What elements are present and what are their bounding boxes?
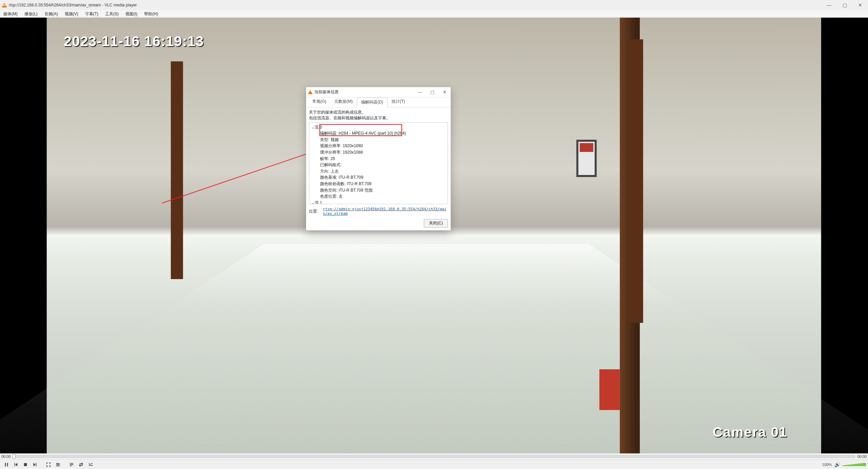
stop-button[interactable] xyxy=(21,461,30,468)
chevron-down-icon: ⌄ xyxy=(311,200,315,204)
stream-0-transfer: 颜色映射函数: ITU-R BT.709 xyxy=(320,181,446,187)
stream-0-type: 类型: 视频 xyxy=(320,137,446,143)
dialog-description: 关于您的媒体或流的构成信息。 包括混流器、音频和视频编解码器以及字幕。 xyxy=(309,110,448,121)
close-button[interactable]: ✕ xyxy=(852,0,868,10)
tab-statistics[interactable]: 统计(T) xyxy=(388,97,409,107)
stream-0-video-res: 视频分辨率: 1920x1080 xyxy=(320,143,446,149)
stream-0-primaries: 颜色基准: ITU-R BT.709 xyxy=(320,174,446,181)
dialog-minimize-button[interactable]: — xyxy=(414,87,426,97)
stream-1-header[interactable]: ⌄流 1 xyxy=(311,200,446,204)
svg-point-2 xyxy=(58,464,59,465)
playlist-button[interactable] xyxy=(67,461,76,468)
stream-0-orient: 方向: 上左 xyxy=(320,168,446,175)
menu-video[interactable]: 视频(V) xyxy=(61,10,82,18)
play-pause-button[interactable] xyxy=(2,461,11,468)
maximize-button[interactable]: ▢ xyxy=(837,0,852,10)
menu-bar: 媒体(M) 播放(L) 音频(A) 视频(V) 字幕(T) 工具(S) 视图(I… xyxy=(0,10,868,18)
chevron-down-icon: ⌄ xyxy=(311,124,315,131)
svg-point-3 xyxy=(57,465,58,466)
seek-row: 00:00 00:00 xyxy=(0,453,868,460)
stream-0-header[interactable]: ⌄流 0 xyxy=(311,124,446,131)
vlc-logo-icon xyxy=(308,90,312,94)
volume-slider[interactable] xyxy=(842,463,866,466)
video-frame: 2023-11-16 16:19:13 Camera 01 xyxy=(47,18,821,453)
window-titlebar: rtsp://192.168.0.35:554/h264/ch33/main/a… xyxy=(0,0,868,10)
stream-0-decoded: 已解码格式: xyxy=(320,162,446,168)
minimize-button[interactable]: — xyxy=(821,0,837,10)
fire-extinguisher-sign xyxy=(576,140,597,177)
dialog-title: 当前媒体信息 xyxy=(314,89,339,95)
time-total[interactable]: 00:00 xyxy=(857,454,867,458)
dialog-titlebar[interactable]: 当前媒体信息 — ▢ ✕ xyxy=(306,87,451,97)
stream-0-fps: 帧率: 25 xyxy=(320,156,446,162)
video-content xyxy=(47,18,821,453)
dialog-maximize-button[interactable]: ▢ xyxy=(426,87,438,97)
window-caption-buttons: — ▢ ✕ xyxy=(821,0,868,10)
osd-timestamp: 2023-11-16 16:19:13 xyxy=(64,33,204,50)
menu-help[interactable]: 帮助(H) xyxy=(141,10,161,18)
menu-subtitle[interactable]: 字幕(T) xyxy=(82,10,102,18)
extended-settings-button[interactable] xyxy=(54,461,62,468)
svg-point-1 xyxy=(57,463,58,464)
time-elapsed[interactable]: 00:00 xyxy=(1,454,11,458)
loop-button[interactable] xyxy=(77,461,85,468)
location-url[interactable]: rtsp://admin:njust123456@192.168.0.35:55… xyxy=(323,207,448,216)
tab-general[interactable]: 常规(G) xyxy=(308,97,330,107)
menu-media[interactable]: 媒体(M) xyxy=(0,10,21,18)
location-label: 位置: xyxy=(309,209,318,214)
playback-controls: 100% 🔊 xyxy=(0,460,868,469)
codec-tree[interactable]: ⌄流 0 编解码器: H264 - MPEG-4 AVC (part 10) (… xyxy=(309,122,448,204)
stream-0-space: 颜色空间: ITU-R BT.709 范围 xyxy=(320,187,446,194)
dialog-tabs: 常规(G) 元数据(M) 编解码器(D) 统计(T) xyxy=(306,97,451,108)
menu-playback[interactable]: 播放(L) xyxy=(21,10,41,18)
seek-bar[interactable] xyxy=(13,455,855,458)
volume-label: 100% xyxy=(822,463,832,467)
next-button[interactable] xyxy=(31,461,39,468)
dialog-footer: 关闭(C) xyxy=(306,217,451,230)
video-area[interactable]: 2023-11-16 16:19:13 Camera 01 xyxy=(0,18,868,453)
seek-knob[interactable] xyxy=(13,454,15,459)
vlc-logo-icon xyxy=(2,3,7,7)
stream-0-chroma: 色度位置: 左 xyxy=(320,193,446,200)
tab-metadata[interactable]: 元数据(M) xyxy=(330,97,357,107)
speaker-icon[interactable]: 🔊 xyxy=(834,462,840,467)
osd-camera-label: Camera 01 xyxy=(713,425,787,440)
previous-button[interactable] xyxy=(12,461,20,468)
fire-cabinet xyxy=(599,369,620,410)
menu-view[interactable]: 视图(I) xyxy=(122,10,141,18)
stream-0-codec: 编解码器: H264 - MPEG-4 AVC (part 10) (h264) xyxy=(320,130,446,137)
location-row: 位置: rtsp://admin:njust123456@192.168.0.3… xyxy=(309,207,448,216)
menu-audio[interactable]: 音频(A) xyxy=(41,10,61,18)
dialog-body: 关于您的媒体或流的构成信息。 包括混流器、音频和视频编解码器以及字幕。 ⌄流 0… xyxy=(306,108,451,217)
stream-0-buf-res: 缓冲分辨率: 1920x1088 xyxy=(320,149,446,156)
tab-codec[interactable]: 编解码器(D) xyxy=(357,98,388,108)
random-button[interactable] xyxy=(86,461,95,468)
menu-tools[interactable]: 工具(S) xyxy=(102,10,122,18)
dialog-close-button[interactable]: ✕ xyxy=(438,87,451,97)
media-info-dialog: 当前媒体信息 — ▢ ✕ 常规(G) 元数据(M) 编解码器(D) 统计(T) … xyxy=(306,87,451,231)
fullscreen-button[interactable] xyxy=(44,461,53,468)
dialog-close-action-button[interactable]: 关闭(C) xyxy=(424,219,448,228)
svg-rect-0 xyxy=(24,463,27,466)
window-title: rtsp://192.168.0.35:554/h264/ch33/main/a… xyxy=(9,3,137,7)
